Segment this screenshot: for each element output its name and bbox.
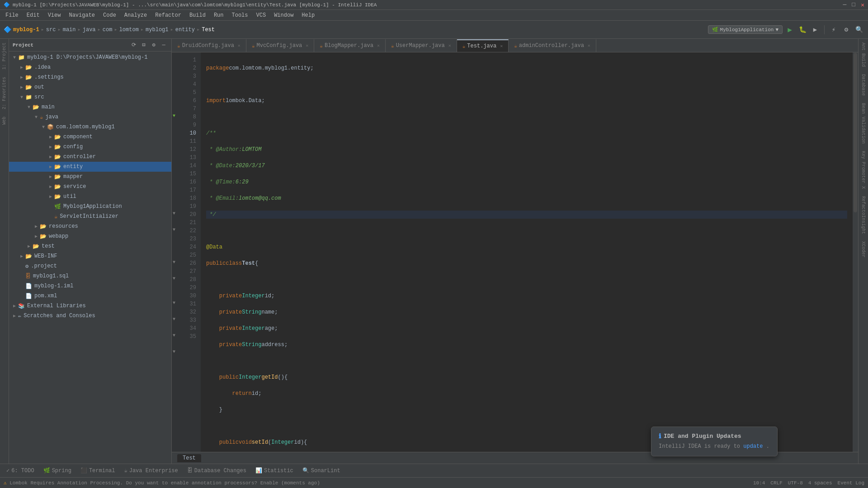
current-file-tab[interactable]: Test <box>177 454 201 462</box>
search-everywhere-btn[interactable]: 🔍 <box>854 24 864 35</box>
sync-btn[interactable]: ⟳ <box>130 41 138 49</box>
bottom-tab-statistic[interactable]: 📊 Statistic <box>253 466 296 475</box>
tree-item-test[interactable]: ▶ 📂 test <box>9 241 171 251</box>
right-panel-refact[interactable]: RefactoInsight <box>859 192 867 238</box>
tab-close-btn[interactable]: ✕ <box>377 43 380 48</box>
tree-item-iml[interactable]: 📄 myblog-1.iml <box>9 281 171 291</box>
run-button[interactable]: ▶ <box>784 24 795 35</box>
menu-item-build[interactable]: Build <box>186 11 209 19</box>
tree-item-src[interactable]: ▼ 📁 src <box>9 92 171 102</box>
bottom-tab-db-changes[interactable]: 🗄 Database Changes <box>184 466 249 475</box>
menu-item-vcs[interactable]: VCS <box>253 11 270 19</box>
fold-arrow-30[interactable]: ▼ <box>173 317 175 322</box>
tree-item-extlibs[interactable]: ▶ 📚 External Libraries <box>9 301 171 311</box>
menu-item-refactor[interactable]: Refactor <box>151 11 185 19</box>
menu-item-file[interactable]: File <box>2 11 22 19</box>
bottom-tab-sonarlint[interactable]: 🔍 SonarLint <box>300 466 343 475</box>
menu-item-navigate[interactable]: Navigate <box>65 11 99 19</box>
tree-item-settings[interactable]: ▶ 📂 .settings <box>9 72 171 82</box>
menu-item-run[interactable]: Run <box>210 11 227 19</box>
menu-item-tools[interactable]: Tools <box>228 11 252 19</box>
fold-arrow-32[interactable]: ▼ <box>173 333 175 338</box>
tree-item-project-file[interactable]: ⚙ .project <box>9 261 171 271</box>
tree-item-myblog1app[interactable]: 🌿 Myblog1Application <box>9 202 171 211</box>
bottom-tab-java-enterprise[interactable]: ☕ Java Enterprise <box>121 466 180 475</box>
tree-item-controller[interactable]: ▶ 📂 controller <box>9 152 171 162</box>
code-editor[interactable]: ▼ ▼ ▼ ▼ ▼ ▼ ▼ ▼ ▼ 1 2 3 4 5 6 7 8 9 10 <box>172 52 858 452</box>
menu-item-view[interactable]: View <box>44 11 65 19</box>
sidebar-item-web[interactable]: Web <box>0 113 8 128</box>
tab-test[interactable]: ☕ Test.java ✕ <box>457 39 509 52</box>
fold-arrow-24[interactable]: ▼ <box>173 260 175 265</box>
fold-arrow-28[interactable]: ▼ <box>173 300 175 305</box>
breadcrumb-com[interactable]: com <box>103 27 113 33</box>
tab-usermapper[interactable]: ☕ UserMapper.java ✕ <box>386 39 457 52</box>
tree-item-mapper[interactable]: ▶ 📂 mapper <box>9 172 171 182</box>
toolbar-btn-2[interactable]: ⚙ <box>841 24 852 35</box>
right-panel-ant-build[interactable]: Ant Build <box>859 39 867 70</box>
fold-arrow-26[interactable]: ▼ <box>173 276 175 281</box>
debug-button[interactable]: 🐛 <box>797 24 808 35</box>
fold-arrow-20[interactable]: ▼ <box>173 211 175 216</box>
fold-arrow-5[interactable]: ▼ <box>173 113 175 118</box>
cursor-position[interactable]: 10:4 <box>753 480 765 486</box>
settings-gear-icon[interactable]: ⚙ <box>150 41 158 49</box>
breadcrumb-myblog1[interactable]: myblog1 <box>146 27 168 33</box>
encoding[interactable]: UTF-8 <box>788 480 803 486</box>
breadcrumb-src[interactable]: src <box>46 27 56 33</box>
right-panel-database[interactable]: Database <box>859 70 867 99</box>
sidebar-item-favorites[interactable]: 2: Favorites <box>0 73 8 113</box>
bottom-tab-spring[interactable]: 🌿 Spring <box>41 466 74 475</box>
scroll-thumb[interactable] <box>854 53 857 213</box>
lombok-warning[interactable]: Lombok Requires Annotation Processing. D… <box>9 480 320 486</box>
tree-item-config[interactable]: ▶ 📂 config <box>9 142 171 152</box>
line-ending[interactable]: CRLF <box>770 480 782 486</box>
collapse-btn[interactable]: ⊟ <box>140 41 148 49</box>
breadcrumb-test[interactable]: Test <box>202 27 215 33</box>
toolbar-btn-1[interactable]: ⚡ <box>828 24 839 35</box>
tab-druidconfig[interactable]: ☕ DruidConfig.java ✕ <box>172 39 246 52</box>
tab-close-btn[interactable]: ✕ <box>306 43 308 48</box>
coverage-button[interactable]: ▶ <box>810 24 821 35</box>
bottom-tab-terminal[interactable]: ⬛ Terminal <box>78 466 118 475</box>
maximize-btn[interactable]: □ <box>852 1 855 9</box>
minimize-panel-btn[interactable]: ─ <box>160 41 168 49</box>
notification-link[interactable]: update <box>743 443 763 450</box>
right-panel-bean-validation[interactable]: Bean Validation <box>859 99 867 147</box>
menu-item-edit[interactable]: Edit <box>23 11 43 19</box>
sidebar-item-project[interactable]: 1: Project <box>0 39 8 73</box>
menu-item-analyze[interactable]: Analyze <box>121 11 151 19</box>
right-panel-xcoder[interactable]: XCoder <box>859 238 867 261</box>
tree-item-out[interactable]: ▶ 📂 out <box>9 82 171 92</box>
fold-arrow-34[interactable]: ▼ <box>173 349 175 354</box>
tab-close-btn[interactable]: ✕ <box>448 43 451 48</box>
menu-item-code[interactable]: Code <box>99 11 120 19</box>
breadcrumb-entity[interactable]: entity <box>175 27 195 33</box>
tree-item-service[interactable]: ▶ 📂 service <box>9 182 171 192</box>
tree-item-pom[interactable]: 📄 pom.xml <box>9 291 171 301</box>
event-log[interactable]: Event Log <box>838 480 864 486</box>
breadcrumb-root[interactable]: myblog-1 <box>13 27 39 33</box>
breadcrumb-java[interactable]: java <box>83 27 96 33</box>
right-panel-key-promoter[interactable]: Key Promoter X <box>859 147 867 192</box>
tree-item-idea[interactable]: ▶ 📂 .idea <box>9 62 171 72</box>
close-btn[interactable]: ✕ <box>861 1 864 9</box>
tree-item-entity[interactable]: ▶ 📂 entity <box>9 162 171 172</box>
tab-mvcconfig[interactable]: ☕ MvcConfig.java ✕ <box>246 39 314 52</box>
tree-item-scratches[interactable]: ▶ ✏ Scratches and Consoles <box>9 311 171 321</box>
fold-arrow-22[interactable]: ▼ <box>173 227 175 232</box>
indent[interactable]: 4 spaces <box>808 480 832 486</box>
tree-item-com[interactable]: ▼ 📦 com.lomtom.myblog1 <box>9 122 171 132</box>
project-tree[interactable]: ▼ 📁 myblog-1 D:\Projects\JAVAWEB\myblog-… <box>9 52 171 464</box>
menu-item-window[interactable]: Window <box>270 11 297 19</box>
bottom-tab-todo[interactable]: ✓ 6: TODO <box>4 466 37 475</box>
run-config-selector[interactable]: 🌿 Myblog1Application ▼ <box>708 25 783 34</box>
tree-item-component[interactable]: ▶ 📂 component <box>9 132 171 142</box>
breadcrumb-lomtom[interactable]: lomtom <box>119 27 139 33</box>
tree-item-util[interactable]: ▶ 📂 util <box>9 192 171 202</box>
tree-item-java[interactable]: ▼ ☕ java <box>9 112 171 122</box>
tree-item-servletinit[interactable]: ☕ ServletInitializer <box>9 211 171 221</box>
tab-admincontroller[interactable]: ☕ adminController.java ✕ <box>509 39 596 52</box>
menu-item-help[interactable]: Help <box>298 11 318 19</box>
tree-item-webinf[interactable]: ▶ 📂 WEB-INF <box>9 251 171 261</box>
